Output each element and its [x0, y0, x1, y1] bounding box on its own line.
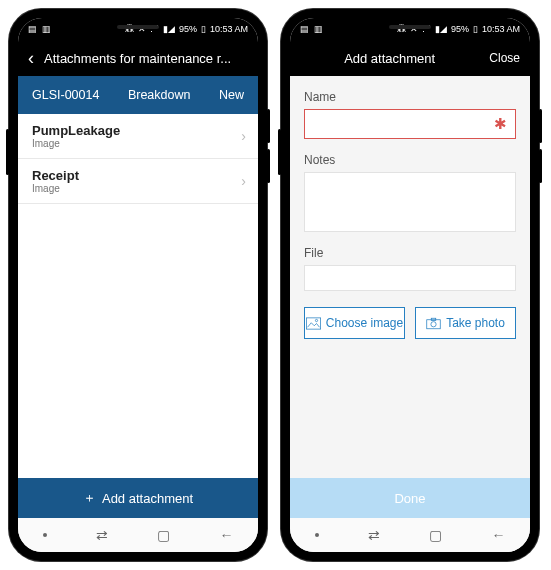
close-button[interactable]: Close [489, 51, 520, 65]
app-header: Add attachment Close [290, 40, 530, 76]
android-nav-bar: ⇄ ▢ ← [290, 518, 530, 552]
sim-icon: ▤ [300, 24, 309, 34]
choose-image-button[interactable]: Choose image [304, 307, 405, 339]
bluetooth-icon: ⁂ [125, 24, 134, 34]
sim-icon: ▤ [28, 24, 37, 34]
record-info-bar: GLSI-00014 Breakdown New [18, 76, 258, 114]
attachment-name: PumpLeakage [32, 123, 244, 138]
phone-right: ▤ ▥ ⁂ ✕ ⋰ ▮◢ 95% ▯ 10:53 AM Add attachme… [281, 9, 539, 561]
battery-icon: ▯ [201, 24, 206, 34]
nav-dot-icon [43, 533, 47, 537]
wifi-icon: ⋰ [150, 24, 159, 34]
home-icon[interactable]: ▢ [157, 527, 170, 543]
android-nav-bar: ⇄ ▢ ← [18, 518, 258, 552]
battery-pct: 95% [179, 24, 197, 34]
file-label: File [304, 246, 516, 260]
screen-left: ▤ ▥ ⁂ ✕ ⋰ ▮◢ 95% ▯ 10:53 AM ‹ Attachment… [18, 18, 258, 552]
file-field[interactable] [304, 265, 516, 291]
add-attachment-label: Add attachment [102, 491, 193, 506]
name-label: Name [304, 90, 516, 104]
add-attachment-button[interactable]: ＋ Add attachment [18, 478, 258, 518]
page-title: Attachments for maintenance r... [44, 51, 248, 66]
back-icon[interactable]: ‹ [28, 49, 34, 67]
app-icon: ▥ [314, 24, 323, 34]
take-photo-label: Take photo [446, 316, 505, 330]
svg-rect-0 [306, 317, 320, 328]
svg-point-4 [431, 321, 436, 326]
back-nav-icon[interactable]: ← [491, 527, 505, 543]
screen-right: ▤ ▥ ⁂ ✕ ⋰ ▮◢ 95% ▯ 10:53 AM Add attachme… [290, 18, 530, 552]
notes-label: Notes [304, 153, 516, 167]
clock: 10:53 AM [210, 24, 248, 34]
record-type: Breakdown [128, 88, 191, 102]
chevron-right-icon: › [241, 128, 246, 144]
app-header: ‹ Attachments for maintenance r... [18, 40, 258, 76]
battery-icon: ▯ [473, 24, 478, 34]
mute-icon: ✕ [138, 24, 146, 34]
clock: 10:53 AM [482, 24, 520, 34]
plus-icon: ＋ [83, 489, 96, 507]
done-label: Done [394, 491, 425, 506]
nav-dot-icon [315, 533, 319, 537]
list-item[interactable]: Receipt Image › [18, 159, 258, 204]
take-photo-button[interactable]: Take photo [415, 307, 516, 339]
attachment-list: PumpLeakage Image › Receipt Image › ＋ Ad… [18, 114, 258, 518]
signal-icon: ▮◢ [435, 24, 447, 34]
bluetooth-icon: ⁂ [397, 24, 406, 34]
required-icon: ✱ [494, 115, 507, 133]
recents-icon[interactable]: ⇄ [368, 527, 380, 543]
page-title: Add attachment [300, 51, 479, 66]
status-bar: ▤ ▥ ⁂ ✕ ⋰ ▮◢ 95% ▯ 10:53 AM [290, 18, 530, 40]
signal-icon: ▮◢ [163, 24, 175, 34]
notes-field[interactable] [304, 172, 516, 232]
home-icon[interactable]: ▢ [429, 527, 442, 543]
app-icon: ▥ [42, 24, 51, 34]
attachment-type: Image [32, 138, 244, 149]
attachment-form: Name ✱ Notes File Choose image Take phot… [290, 76, 530, 478]
record-id: GLSI-00014 [32, 88, 99, 102]
done-button[interactable]: Done [290, 478, 530, 518]
phone-left: ▤ ▥ ⁂ ✕ ⋰ ▮◢ 95% ▯ 10:53 AM ‹ Attachment… [9, 9, 267, 561]
battery-pct: 95% [451, 24, 469, 34]
wifi-icon: ⋰ [422, 24, 431, 34]
list-item[interactable]: PumpLeakage Image › [18, 114, 258, 159]
recents-icon[interactable]: ⇄ [96, 527, 108, 543]
choose-image-label: Choose image [326, 316, 403, 330]
image-icon [306, 317, 321, 330]
svg-point-1 [315, 319, 317, 321]
name-field[interactable]: ✱ [304, 109, 516, 139]
chevron-right-icon: › [241, 173, 246, 189]
mute-icon: ✕ [410, 24, 418, 34]
back-nav-icon[interactable]: ← [219, 527, 233, 543]
camera-icon [426, 317, 441, 330]
attachment-name: Receipt [32, 168, 244, 183]
record-status: New [219, 88, 244, 102]
svg-rect-2 [427, 319, 441, 328]
attachment-type: Image [32, 183, 244, 194]
status-bar: ▤ ▥ ⁂ ✕ ⋰ ▮◢ 95% ▯ 10:53 AM [18, 18, 258, 40]
